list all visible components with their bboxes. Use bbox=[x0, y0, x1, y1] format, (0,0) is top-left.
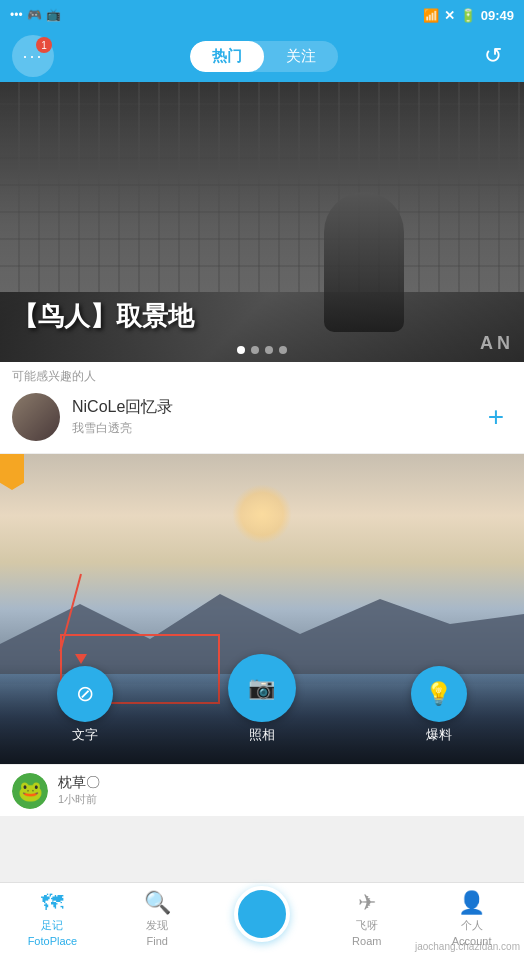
photo-button[interactable]: 📷 bbox=[228, 654, 296, 722]
post-user-name: 枕草〇 bbox=[58, 774, 512, 792]
post-user-info: 枕草〇 1小时前 bbox=[58, 774, 512, 807]
bookmark-icon bbox=[0, 454, 24, 490]
nav-find[interactable]: 🔍 发现 Find bbox=[105, 883, 210, 954]
suggestion-info: NiCoLe回忆录 我雪白透亮 bbox=[72, 397, 468, 437]
tab-group: 热门 关注 bbox=[190, 41, 338, 72]
tab-follow[interactable]: 关注 bbox=[264, 41, 338, 72]
nav-fotoplace[interactable]: 🗺 足记 FotoPlace bbox=[0, 883, 105, 954]
hero-subtitle: AN bbox=[480, 333, 514, 354]
photo-action: 📷 照相 bbox=[228, 654, 296, 744]
frog-icon: 🐸 bbox=[12, 773, 48, 809]
text-label: 文字 bbox=[72, 726, 98, 744]
add-follow-button[interactable]: + bbox=[480, 401, 512, 433]
battery-icon: 🔋 bbox=[460, 8, 476, 23]
game-icon: 🎮 bbox=[27, 8, 42, 22]
nav-fotoplace-label: 足记 bbox=[41, 918, 63, 933]
wifi-icon: 📶 bbox=[423, 8, 439, 23]
watermark: jaochang.chazidan.com bbox=[415, 941, 520, 952]
tab-hot[interactable]: 热门 bbox=[190, 41, 264, 72]
nav-find-sublabel: Find bbox=[146, 935, 167, 947]
leak-button[interactable]: 💡 bbox=[411, 666, 467, 722]
text-icon: ⊘ bbox=[76, 681, 94, 707]
sun-glow bbox=[232, 484, 292, 544]
hero-dot-4[interactable] bbox=[279, 346, 287, 354]
lightbulb-icon: 💡 bbox=[425, 681, 452, 707]
post-user-time: 1小时前 bbox=[58, 792, 512, 807]
refresh-button[interactable]: ↺ bbox=[474, 37, 512, 75]
camera-icon: 📷 bbox=[248, 675, 275, 701]
refresh-icon: ↺ bbox=[484, 43, 502, 69]
signal-icon: ✕ bbox=[444, 8, 455, 23]
post-user-avatar: 🐸 bbox=[12, 773, 48, 809]
suggestions-title: 可能感兴趣的人 bbox=[12, 368, 512, 385]
status-right: 📶 ✕ 🔋 09:49 bbox=[423, 8, 514, 23]
status-left: ••• 🎮 📺 bbox=[10, 8, 61, 22]
nav-roam[interactable]: ✈ 飞呀 Roam bbox=[314, 883, 419, 954]
text-button[interactable]: ⊘ bbox=[57, 666, 113, 722]
dots-icon: ••• bbox=[10, 8, 23, 22]
nav-roam-sublabel: Roam bbox=[352, 935, 381, 947]
find-icon: 🔍 bbox=[144, 890, 171, 916]
leak-action: 💡 爆料 bbox=[411, 666, 467, 744]
roam-icon: ✈ bbox=[358, 890, 376, 916]
fotoplace-icon: 🗺 bbox=[41, 890, 63, 916]
hero-title: 【鸟人】取景地 bbox=[12, 299, 194, 334]
action-overlay: ⊘ 文字 📷 照相 💡 爆料 bbox=[0, 664, 524, 764]
nav-account-label: 个人 bbox=[461, 918, 483, 933]
menu-badge: 1 bbox=[36, 37, 52, 53]
suggestion-desc: 我雪白透亮 bbox=[72, 420, 468, 437]
avatar-image bbox=[12, 393, 60, 441]
post-area: ⊘ 文字 📷 照相 💡 爆料 bbox=[0, 454, 524, 764]
suggestion-name: NiCoLe回忆录 bbox=[72, 397, 468, 418]
nav-center[interactable] bbox=[210, 883, 315, 954]
photo-label: 照相 bbox=[249, 726, 275, 744]
hero-dot-1[interactable] bbox=[237, 346, 245, 354]
leak-label: 爆料 bbox=[426, 726, 452, 744]
suggestion-avatar bbox=[12, 393, 60, 441]
hero-dot-3[interactable] bbox=[265, 346, 273, 354]
nav-center-circle[interactable] bbox=[234, 886, 290, 942]
post-user-bar: 🐸 枕草〇 1小时前 bbox=[0, 764, 524, 816]
nav-find-label: 发现 bbox=[146, 918, 168, 933]
video-icon: 📺 bbox=[46, 8, 61, 22]
menu-button[interactable]: ··· 1 bbox=[12, 35, 54, 77]
nav-fotoplace-sublabel: FotoPlace bbox=[28, 935, 78, 947]
account-icon: 👤 bbox=[458, 890, 485, 916]
suggestion-item: NiCoLe回忆录 我雪白透亮 + bbox=[12, 385, 512, 449]
suggestions-section: 可能感兴趣的人 NiCoLe回忆录 我雪白透亮 + bbox=[0, 362, 524, 454]
time-display: 09:49 bbox=[481, 8, 514, 23]
hero-banner: 【鸟人】取景地 AN bbox=[0, 82, 524, 362]
hero-dot-2[interactable] bbox=[251, 346, 259, 354]
hero-dots bbox=[237, 346, 287, 354]
nav-roam-label: 飞呀 bbox=[356, 918, 378, 933]
text-action: ⊘ 文字 bbox=[57, 666, 113, 744]
top-nav: ··· 1 热门 关注 ↺ bbox=[0, 30, 524, 82]
hero-figure bbox=[324, 192, 404, 332]
status-bar: ••• 🎮 📺 📶 ✕ 🔋 09:49 bbox=[0, 0, 524, 30]
